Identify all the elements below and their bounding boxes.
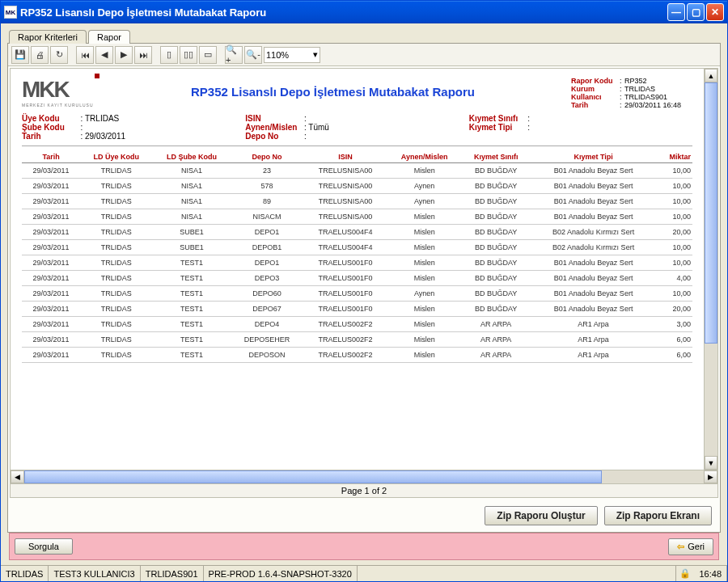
table-cell: BD BUĞDAY (461, 225, 531, 240)
table-cell: B01 Anadolu Beyaz Sert (531, 163, 656, 179)
table-cell: TRLIDAS (80, 179, 152, 194)
table-cell: BD BUĞDAY (461, 271, 531, 286)
table-cell: BD BUĞDAY (461, 240, 531, 255)
table-cell: BD BUĞDAY (461, 209, 531, 225)
table-cell: Mislen (387, 209, 461, 225)
titlebar[interactable]: MK RP352 Lisanslı Depo İşletmesi Mutabak… (1, 1, 727, 23)
table-row: 29/03/2011TRLIDASSUBE1DEPOB1TRAELUS004F4… (22, 240, 692, 255)
save-icon: 💾 (15, 49, 26, 60)
report-meta: Rapor Kodu:RP352 Kurum:TRLIDAS Kullanıcı… (571, 77, 692, 109)
action-bar: Sorgula ⇦Geri (9, 533, 719, 560)
page-mode-2-button[interactable]: ▯▯ (180, 46, 197, 64)
table-cell: B02 Anadolu Kırmızı Sert (531, 225, 656, 240)
table-cell: Mislen (387, 255, 461, 271)
scroll-right-icon[interactable]: ▶ (704, 470, 717, 483)
table-cell: TEST1 (152, 302, 231, 317)
table-cell: TRAELUS002F2 (303, 348, 388, 363)
page-mode-3-button[interactable]: ▭ (199, 46, 217, 64)
next-icon: ▶ (121, 49, 127, 60)
maximize-button[interactable]: ▢ (687, 3, 705, 21)
pages-icon: ▯▯ (184, 49, 193, 60)
scroll-up-icon[interactable]: ▲ (705, 69, 717, 82)
table-cell: Mislen (387, 163, 461, 179)
table-cell: TRELUSNISA00 (303, 179, 388, 194)
geri-button[interactable]: ⇦Geri (668, 538, 713, 555)
table-cell: 29/03/2011 (22, 348, 80, 363)
table-row: 29/03/2011TRLIDASNISA123TRELUSNISA00Misl… (22, 163, 692, 179)
report-page: MKK MERKEZI KAYIT KURULUSU RP352 Lisansl… (11, 69, 704, 470)
table-cell: TEST1 (152, 255, 231, 271)
zoom-in-button[interactable]: 🔍+ (225, 46, 243, 64)
status-cell: TRLIDAS (1, 566, 49, 581)
table-cell: 29/03/2011 (22, 194, 80, 209)
table-cell: 4,00 (656, 271, 692, 286)
table-cell: BD BUĞDAY (461, 286, 531, 302)
table-cell: TEST1 (152, 317, 231, 332)
prev-page-button[interactable]: ◀ (95, 46, 113, 64)
table-cell: TRLIDAS (80, 332, 152, 348)
table-cell: TRAELUS001F0 (303, 302, 388, 317)
table-cell: DEPO1 (231, 255, 303, 271)
refresh-button[interactable]: ↻ (50, 46, 68, 64)
zip-raporu-olustur-button[interactable]: Zip Raporu Oluştur (485, 506, 597, 525)
table-cell: B01 Anadolu Beyaz Sert (531, 271, 656, 286)
vertical-scrollbar[interactable]: ▲ ▼ (704, 69, 717, 470)
table-cell: TRLIDAS (80, 225, 152, 240)
tab-rapor[interactable]: Rapor (88, 30, 130, 44)
table-row: 29/03/2011TRLIDASTEST1DEPOSEHERTRAELUS00… (22, 332, 692, 348)
refresh-icon: ↻ (56, 49, 63, 60)
table-cell: B01 Anadolu Beyaz Sert (531, 302, 656, 317)
table-cell: SUBE1 (152, 240, 231, 255)
table-cell: 10,00 (656, 255, 692, 271)
fit-icon: ▭ (204, 49, 212, 60)
page-mode-1-button[interactable]: ▯ (160, 46, 178, 64)
zip-raporu-ekrani-button[interactable]: Zip Raporu Ekranı (604, 506, 712, 525)
table-cell: BD BUĞDAY (461, 179, 531, 194)
print-icon: 🖨 (36, 50, 44, 60)
report-toolbar: 💾 🖨 ↻ ⏮ ◀ ▶ ⏭ ▯ ▯▯ ▭ 🔍+ 🔍- 110%▾ (8, 44, 720, 66)
table-cell: 29/03/2011 (22, 255, 80, 271)
table-cell: 29/03/2011 (22, 286, 80, 302)
table-row: 29/03/2011TRLIDASSUBE1DEPO1TRAELUS004F4M… (22, 225, 692, 240)
table-cell: NISA1 (152, 179, 231, 194)
table-cell: Aynen (387, 179, 461, 194)
table-cell: Aynen (387, 194, 461, 209)
table-row: 29/03/2011TRLIDASNISA189TRELUSNISA00Ayne… (22, 194, 692, 209)
scroll-thumb[interactable] (24, 470, 602, 483)
zoom-combo[interactable]: 110%▾ (264, 47, 320, 63)
table-cell: 29/03/2011 (22, 332, 80, 348)
table-cell: 29/03/2011 (22, 240, 80, 255)
table-row: 29/03/2011TRLIDASTEST1DEPO67TRAELUS001F0… (22, 302, 692, 317)
table-row: 29/03/2011TRLIDASTEST1DEPOSONTRAELUS002F… (22, 348, 692, 363)
scroll-left-icon[interactable]: ◀ (11, 470, 24, 483)
table-cell: Aynen (387, 286, 461, 302)
print-button[interactable]: 🖨 (31, 46, 49, 64)
minimize-button[interactable]: — (667, 3, 685, 21)
report-viewport[interactable]: MKK MERKEZI KAYIT KURULUSU RP352 Lisansl… (11, 69, 704, 470)
horizontal-scrollbar[interactable]: ◀ ▶ (11, 470, 717, 483)
status-clock: 16:48 (694, 566, 727, 581)
app-window: MK RP352 Lisanslı Depo İşletmesi Mutabak… (0, 0, 728, 582)
table-cell: TRELUSNISA00 (303, 194, 388, 209)
zoom-in-icon: 🔍+ (226, 44, 242, 65)
zoom-out-button[interactable]: 🔍- (244, 46, 262, 64)
window-title: RP352 Lisanslı Depo İşletmesi Mutabakat … (20, 6, 266, 19)
logo: MKK MERKEZI KAYIT KURULUSU (22, 77, 95, 109)
last-page-button[interactable]: ⏭ (134, 46, 152, 64)
last-icon: ⏭ (139, 50, 148, 60)
table-cell: 29/03/2011 (22, 225, 80, 240)
table-cell: 10,00 (656, 286, 692, 302)
scroll-down-icon[interactable]: ▼ (705, 456, 717, 470)
first-page-button[interactable]: ⏮ (76, 46, 94, 64)
scroll-thumb[interactable] (705, 82, 717, 344)
close-button[interactable]: ✕ (706, 3, 724, 21)
table-cell: TRLIDAS (80, 348, 152, 363)
table-cell: Mislen (387, 332, 461, 348)
table-cell: TRAELUS001F0 (303, 286, 388, 302)
table-cell: DEPOB1 (231, 240, 303, 255)
sorgula-button[interactable]: Sorgula (15, 538, 73, 555)
table-cell: AR ARPA (461, 348, 531, 363)
tab-rapor-kriterleri[interactable]: Rapor Kriterleri (9, 30, 87, 44)
save-button[interactable]: 💾 (11, 46, 29, 64)
next-page-button[interactable]: ▶ (115, 46, 133, 64)
